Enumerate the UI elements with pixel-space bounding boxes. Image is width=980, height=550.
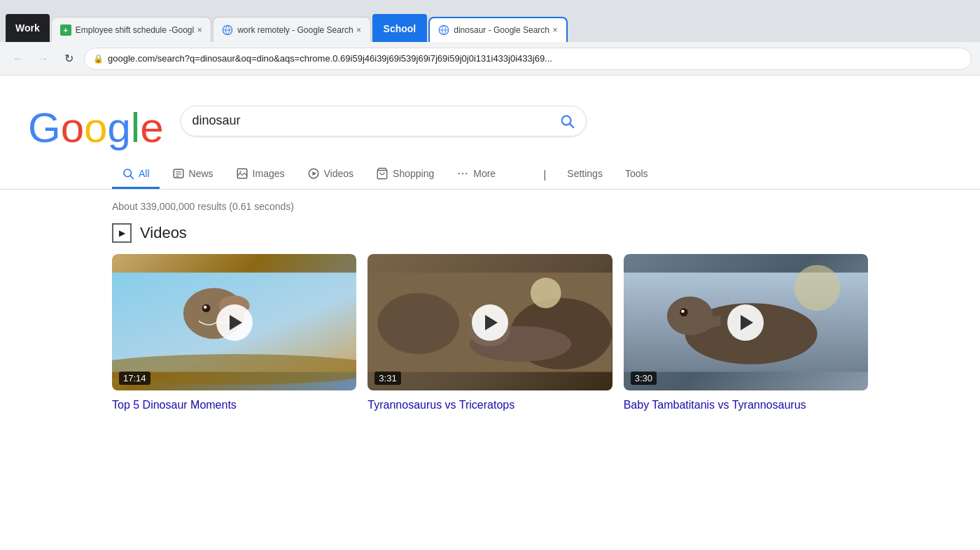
results-section: About 339,000,000 results (0.61 seconds)… (0, 190, 980, 413)
tab-work-remotely[interactable]: work remotely - Google Search × (213, 17, 370, 42)
svg-rect-10 (237, 169, 247, 178)
news-icon (172, 167, 185, 180)
logo-e: e (140, 104, 163, 152)
filter-separator: | (543, 169, 546, 181)
tab-close-employee[interactable]: × (194, 24, 205, 36)
results-count: About 339,000,000 results (0.61 seconds) (112, 201, 868, 212)
video-card-1[interactable]: 17:14 Top 5 Dinosaur Moments (112, 254, 356, 413)
logo-o1: o (61, 104, 84, 152)
tab-title-dinosaur: dinosaur - Google Search (454, 25, 550, 35)
more-dots-icon (456, 167, 469, 180)
settings-tab[interactable]: Settings (557, 161, 612, 188)
filter-tab-images[interactable]: Images (226, 160, 295, 189)
search-icon (559, 113, 575, 129)
svg-point-17 (465, 173, 467, 174)
search-box[interactable]: dinosaur (181, 106, 587, 136)
video-card-2[interactable]: 3:31 Tyrannosaurus vs Triceratops (368, 254, 612, 413)
videos-section-heading: ▶ Videos (112, 223, 868, 243)
svg-point-37 (794, 265, 839, 311)
video-title-1[interactable]: Top 5 Dinosaur Moments (112, 397, 356, 413)
filter-tab-videos[interactable]: Videos (298, 160, 364, 189)
video-thumbnail-3: 3:30 (624, 254, 868, 390)
video-grid: 17:14 Top 5 Dinosaur Moments (112, 254, 868, 413)
tab-dinosaur[interactable]: dinosaur - Google Search × (428, 17, 568, 42)
logo-g: G (28, 104, 61, 152)
tab-group-school[interactable]: School (372, 14, 428, 42)
logo-o2: o (84, 104, 107, 152)
shopping-icon (376, 167, 388, 180)
play-button-2[interactable] (472, 304, 508, 341)
video-card-3[interactable]: 3:30 Baby Tambatitanis vs Tyrannosaurus (624, 254, 868, 413)
svg-point-23 (204, 306, 206, 309)
tab-close-dinosaur[interactable]: × (550, 24, 561, 36)
play-button-3[interactable] (727, 304, 764, 341)
videos-section-title: Videos (140, 224, 187, 242)
filter-tab-more[interactable]: More (447, 160, 505, 189)
filter-tabs: All News Images Videos Shopping More (0, 160, 980, 190)
filter-tab-news[interactable]: News (162, 160, 223, 189)
reload-button[interactable]: ↻ (59, 49, 78, 69)
tools-tab[interactable]: Tools (615, 161, 658, 188)
google-logo: G o o g l e (28, 104, 164, 152)
videos-icon (307, 167, 320, 180)
tab-bar: Work + Employee shift schedule -Googl × … (0, 0, 980, 42)
svg-point-36 (681, 310, 684, 313)
address-bar: ← → ↻ 🔒 google.com/search?q=dinosaur&oq=… (0, 42, 980, 76)
svg-point-15 (458, 173, 460, 174)
back-button[interactable]: ← (8, 49, 28, 69)
tab-favicon-dinosaur (438, 24, 449, 36)
video-title-3[interactable]: Baby Tambatitanis vs Tyrannosaurus (624, 397, 868, 413)
tab-favicon-employee: + (60, 24, 71, 36)
url-text: google.com/search?q=dinosaur&oq=dino&aqs… (108, 53, 962, 64)
tab-title-employee: Employee shift schedule -Googl (76, 25, 194, 35)
video-thumbnail-2: 3:31 (368, 254, 612, 390)
videos-section-icon: ▶ (112, 223, 132, 243)
play-button-1[interactable] (216, 304, 253, 341)
video-thumbnail-1: 17:14 (112, 254, 356, 390)
svg-line-5 (130, 176, 133, 178)
svg-marker-13 (312, 171, 316, 176)
all-icon (122, 167, 134, 180)
lock-icon: 🔒 (93, 54, 104, 64)
images-icon (236, 167, 248, 180)
video-title-2[interactable]: Tyrannosaurus vs Triceratops (368, 397, 612, 413)
tab-close-work-remotely[interactable]: × (354, 24, 365, 36)
logo-l: l (131, 104, 140, 152)
svg-point-16 (462, 173, 463, 174)
url-bar[interactable]: 🔒 google.com/search?q=dinosaur&oq=dino&a… (84, 48, 972, 70)
tab-favicon-work-remotely (222, 24, 233, 36)
tab-employee[interactable]: + Employee shift schedule -Googl × (51, 17, 211, 42)
svg-point-11 (239, 171, 241, 172)
video-duration-3: 3:30 (631, 372, 657, 385)
svg-line-3 (570, 124, 573, 127)
search-query: dinosaur (192, 113, 559, 128)
filter-tab-shopping[interactable]: Shopping (366, 160, 444, 189)
svg-point-25 (378, 293, 459, 354)
video-duration-2: 3:31 (374, 372, 400, 385)
logo-g2: g (107, 104, 130, 152)
svg-point-31 (531, 278, 561, 309)
forward-button[interactable]: → (34, 49, 53, 69)
filter-tab-all[interactable]: All (112, 160, 160, 189)
video-duration-1: 17:14 (119, 372, 150, 385)
tab-title-work-remotely: work remotely - Google Search (237, 25, 353, 35)
tab-group-work[interactable]: Work (6, 14, 50, 42)
